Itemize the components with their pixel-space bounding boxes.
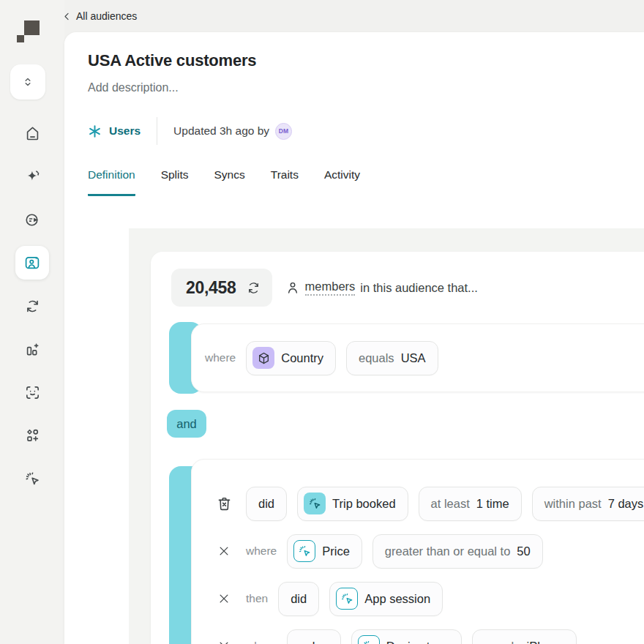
window-operator: within past: [544, 497, 602, 511]
tab-splits[interactable]: Splits: [161, 168, 189, 196]
tab-bar: Definition Splits Syncs Traits Activity: [88, 168, 360, 196]
value-chip[interactable]: value: [287, 629, 340, 644]
verb-chip-did[interactable]: did: [246, 487, 287, 521]
keyword-where: where: [205, 351, 236, 364]
keyword-where: where: [246, 544, 277, 558]
entity-label: Users: [109, 124, 141, 138]
tab-definition[interactable]: Definition: [88, 168, 135, 196]
operator-chip-equals-iphone[interactable]: equals iPhone: [472, 629, 577, 644]
page-title[interactable]: USA Active customers: [88, 51, 256, 70]
property-icon-badge: [252, 347, 274, 369]
operator-label: equals: [359, 351, 394, 365]
keyword-where: where: [246, 640, 277, 644]
close-icon: [217, 592, 231, 605]
sidebar-item-integrations[interactable]: [15, 419, 49, 452]
operator-value: 50: [517, 544, 530, 558]
audience-card-icon: [23, 254, 41, 272]
event-icon-badge: [304, 493, 326, 514]
remove-row-button[interactable]: [215, 544, 233, 558]
sentence-suffix: in this audience that...: [360, 281, 478, 295]
rule-block-1: where Country equals USA: [169, 322, 644, 394]
rule-card: did Trip booked at least 1 time: [191, 459, 644, 644]
sidebar-item-home[interactable]: [15, 116, 49, 150]
audience-header: USA Active customers Add description... …: [64, 32, 644, 196]
sidebar: [0, 0, 64, 644]
frequency-chip[interactable]: at least 1 time: [419, 487, 522, 521]
remove-row-button[interactable]: [215, 592, 233, 605]
members-row: 20,458 members in this audience that...: [171, 268, 644, 307]
sidebar-item-ai-spark[interactable]: [15, 160, 49, 193]
event-chip-trip-booked[interactable]: Trip booked: [297, 487, 408, 521]
sidebar-item-analytics[interactable]: [15, 332, 49, 366]
workspace-switcher-button[interactable]: [10, 64, 45, 100]
snowflake-icon: [88, 124, 102, 138]
avatar: DM: [275, 123, 292, 140]
breadcrumb-label: All audiences: [76, 10, 137, 22]
property-label: Price: [322, 544, 350, 558]
entity-row: Users Updated 3h ago by DM: [88, 117, 292, 145]
bar-chart-plus-icon: [24, 341, 41, 358]
frequency-operator: at least: [431, 497, 470, 511]
chevrons-up-down-icon: [20, 75, 35, 89]
definition-section: 20,458 members in this audience that... …: [129, 228, 644, 644]
operator-chip-equals-usa[interactable]: equals USA: [346, 341, 438, 375]
verb-label: did: [258, 497, 274, 511]
vertical-divider: [157, 117, 157, 145]
window-value: 7 days: [608, 497, 644, 511]
operator-label: greater than or equal to: [385, 544, 511, 558]
time-window-chip[interactable]: within past 7 days: [532, 487, 644, 521]
rule-rows: did Trip booked at least 1 time: [215, 486, 644, 644]
property-icon-badge: [358, 635, 380, 644]
app-logo: [17, 20, 40, 43]
cube-icon: [257, 351, 271, 365]
entity-users-link[interactable]: Users: [88, 124, 141, 138]
cursor-spark-icon: [24, 471, 41, 487]
sidebar-item-face-scan[interactable]: [15, 375, 49, 409]
rule-row-event: did Trip booked at least 1 time: [215, 486, 644, 521]
close-icon: [217, 640, 231, 644]
event-label: App session: [364, 592, 430, 606]
refresh-icon[interactable]: [247, 281, 261, 295]
description-placeholder[interactable]: Add description...: [88, 81, 179, 94]
sidebar-item-ai-assistant[interactable]: [15, 462, 49, 495]
sidebar-item-journeys[interactable]: [15, 203, 49, 236]
operator-value: iPhone: [527, 640, 564, 644]
tab-syncs[interactable]: Syncs: [214, 168, 245, 196]
cursor-spark-icon: [298, 544, 312, 558]
sidebar-item-sync[interactable]: [15, 289, 49, 323]
property-chip-device-type[interactable]: Device type: [351, 629, 462, 644]
frequency-value: 1 time: [476, 497, 509, 511]
journey-play-face-icon: [24, 211, 41, 228]
cursor-spark-icon: [308, 497, 322, 511]
members-dropdown-link[interactable]: members: [305, 280, 356, 296]
home-icon: [24, 125, 41, 142]
event-chip-app-session[interactable]: App session: [329, 582, 443, 616]
logo-square-large: [24, 20, 40, 35]
keyword-then: then: [246, 592, 268, 605]
tab-traits[interactable]: Traits: [271, 168, 299, 196]
property-label: Device type: [386, 640, 449, 644]
rule-block-2: did Trip booked at least 1 time: [169, 459, 644, 644]
rule-row-device: where value Device type: [215, 629, 644, 644]
updated-text: Updated 3h ago by: [173, 124, 269, 138]
operator-chip-gte-50[interactable]: greater than or equal to 50: [372, 534, 543, 569]
audience-sentence: members in this audience that...: [285, 280, 478, 296]
remove-row-button[interactable]: [215, 640, 233, 644]
rule-row-price: where Price greater than or equal to 50: [215, 533, 644, 569]
property-chip-price[interactable]: Price: [287, 534, 362, 569]
spark-icon: [24, 168, 41, 185]
sidebar-item-audiences[interactable]: [15, 246, 49, 280]
person-icon: [285, 280, 300, 295]
logo-square-small: [17, 35, 24, 42]
verb-chip-did[interactable]: did: [278, 582, 319, 616]
sync-loop-icon: [24, 298, 41, 315]
property-label: Country: [281, 351, 323, 365]
delete-row-button[interactable]: [215, 495, 233, 512]
connector-and[interactable]: and: [167, 410, 206, 438]
property-chip-country[interactable]: Country: [246, 341, 336, 375]
event-label: Trip booked: [332, 497, 396, 511]
event-icon-badge: [336, 588, 358, 610]
tab-activity[interactable]: Activity: [324, 168, 360, 196]
breadcrumb-back[interactable]: All audiences: [61, 8, 137, 24]
close-icon: [217, 544, 231, 558]
